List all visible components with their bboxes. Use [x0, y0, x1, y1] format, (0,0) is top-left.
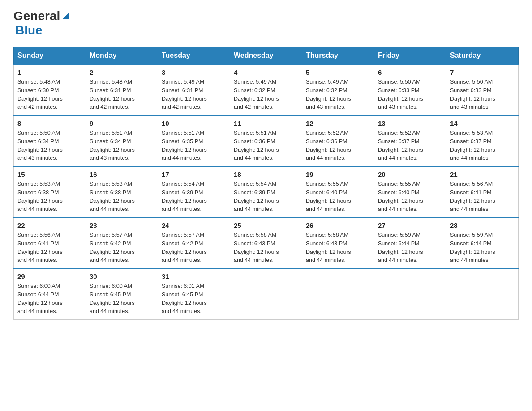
day-info: Sunrise: 5:51 AMSunset: 6:35 PMDaylight:…	[162, 129, 226, 163]
day-number: 18	[234, 171, 298, 178]
calendar-cell: 19Sunrise: 5:55 AMSunset: 6:40 PMDayligh…	[302, 167, 374, 218]
day-info: Sunrise: 5:59 AMSunset: 6:44 PMDaylight:…	[450, 231, 515, 265]
calendar-cell	[230, 269, 302, 320]
calendar-cell: 1Sunrise: 5:48 AMSunset: 6:30 PMDaylight…	[14, 64, 86, 116]
day-info: Sunrise: 5:49 AMSunset: 6:32 PMDaylight:…	[306, 78, 370, 111]
day-number: 8	[17, 120, 82, 127]
day-info: Sunrise: 5:50 AMSunset: 6:33 PMDaylight:…	[450, 78, 515, 111]
day-number: 24	[162, 222, 226, 229]
day-number: 17	[162, 171, 226, 178]
day-number: 23	[90, 222, 154, 229]
day-info: Sunrise: 6:00 AMSunset: 6:45 PMDaylight:…	[90, 282, 154, 316]
weekday-header-sunday: Sunday	[14, 47, 86, 65]
calendar-cell: 16Sunrise: 5:53 AMSunset: 6:38 PMDayligh…	[86, 167, 158, 218]
day-number: 9	[90, 120, 154, 127]
calendar-cell: 15Sunrise: 5:53 AMSunset: 6:38 PMDayligh…	[14, 167, 86, 218]
calendar-cell	[374, 269, 446, 320]
calendar-cell: 10Sunrise: 5:51 AMSunset: 6:35 PMDayligh…	[158, 116, 230, 167]
calendar-cell: 6Sunrise: 5:50 AMSunset: 6:33 PMDaylight…	[374, 64, 446, 116]
day-info: Sunrise: 5:53 AMSunset: 6:38 PMDaylight:…	[90, 180, 154, 214]
calendar-cell: 18Sunrise: 5:54 AMSunset: 6:39 PMDayligh…	[230, 167, 302, 218]
day-number: 29	[17, 273, 82, 280]
day-info: Sunrise: 5:49 AMSunset: 6:32 PMDaylight:…	[234, 78, 298, 111]
day-info: Sunrise: 5:53 AMSunset: 6:38 PMDaylight:…	[17, 180, 82, 214]
calendar-cell: 7Sunrise: 5:50 AMSunset: 6:33 PMDaylight…	[446, 64, 519, 116]
calendar-table: SundayMondayTuesdayWednesdayThursdayFrid…	[13, 47, 519, 320]
calendar-cell: 31Sunrise: 6:01 AMSunset: 6:45 PMDayligh…	[158, 269, 230, 320]
page-header: General Blue	[13, 9, 519, 38]
weekday-header-saturday: Saturday	[446, 47, 519, 65]
day-number: 21	[450, 171, 515, 178]
day-info: Sunrise: 5:59 AMSunset: 6:44 PMDaylight:…	[378, 231, 442, 265]
day-number: 19	[306, 171, 370, 178]
day-number: 31	[162, 273, 226, 280]
weekday-header-friday: Friday	[374, 47, 446, 65]
day-number: 13	[378, 120, 442, 127]
calendar-cell: 30Sunrise: 6:00 AMSunset: 6:45 PMDayligh…	[86, 269, 158, 320]
day-info: Sunrise: 5:51 AMSunset: 6:34 PMDaylight:…	[90, 129, 154, 163]
day-number: 14	[450, 120, 515, 127]
day-info: Sunrise: 5:57 AMSunset: 6:42 PMDaylight:…	[162, 231, 226, 265]
day-info: Sunrise: 5:53 AMSunset: 6:37 PMDaylight:…	[450, 129, 515, 163]
day-info: Sunrise: 5:52 AMSunset: 6:37 PMDaylight:…	[378, 129, 442, 163]
day-number: 16	[90, 171, 154, 178]
day-info: Sunrise: 5:48 AMSunset: 6:31 PMDaylight:…	[90, 78, 154, 111]
calendar-cell: 21Sunrise: 5:56 AMSunset: 6:41 PMDayligh…	[446, 167, 519, 218]
day-number: 1	[17, 68, 82, 76]
day-number: 25	[234, 222, 298, 229]
calendar-cell: 9Sunrise: 5:51 AMSunset: 6:34 PMDaylight…	[86, 116, 158, 167]
day-number: 15	[17, 171, 82, 178]
day-info: Sunrise: 5:51 AMSunset: 6:36 PMDaylight:…	[234, 129, 298, 163]
calendar-cell: 29Sunrise: 6:00 AMSunset: 6:44 PMDayligh…	[14, 269, 86, 320]
weekday-header-monday: Monday	[86, 47, 158, 65]
logo-blue-text: Blue	[15, 23, 43, 37]
day-info: Sunrise: 5:55 AMSunset: 6:40 PMDaylight:…	[306, 180, 370, 214]
calendar-cell: 13Sunrise: 5:52 AMSunset: 6:37 PMDayligh…	[374, 116, 446, 167]
day-info: Sunrise: 5:52 AMSunset: 6:36 PMDaylight:…	[306, 129, 370, 163]
day-info: Sunrise: 5:58 AMSunset: 6:43 PMDaylight:…	[306, 231, 370, 265]
day-info: Sunrise: 6:01 AMSunset: 6:45 PMDaylight:…	[162, 282, 226, 316]
day-number: 26	[306, 222, 370, 229]
day-info: Sunrise: 5:50 AMSunset: 6:33 PMDaylight:…	[378, 78, 442, 111]
day-number: 12	[306, 120, 370, 127]
week-row-3: 15Sunrise: 5:53 AMSunset: 6:38 PMDayligh…	[14, 167, 519, 218]
day-number: 28	[450, 222, 515, 229]
day-info: Sunrise: 5:56 AMSunset: 6:41 PMDaylight:…	[450, 180, 515, 214]
calendar-cell: 2Sunrise: 5:48 AMSunset: 6:31 PMDaylight…	[86, 64, 158, 116]
week-row-2: 8Sunrise: 5:50 AMSunset: 6:34 PMDaylight…	[14, 116, 519, 167]
day-number: 11	[234, 120, 298, 127]
day-info: Sunrise: 5:56 AMSunset: 6:41 PMDaylight:…	[17, 231, 82, 265]
svg-marker-0	[63, 13, 69, 19]
day-info: Sunrise: 5:54 AMSunset: 6:39 PMDaylight:…	[162, 180, 226, 214]
day-info: Sunrise: 6:00 AMSunset: 6:44 PMDaylight:…	[17, 282, 82, 316]
calendar-cell: 17Sunrise: 5:54 AMSunset: 6:39 PMDayligh…	[158, 167, 230, 218]
calendar-cell: 12Sunrise: 5:52 AMSunset: 6:36 PMDayligh…	[302, 116, 374, 167]
day-number: 20	[378, 171, 442, 178]
calendar-cell: 25Sunrise: 5:58 AMSunset: 6:43 PMDayligh…	[230, 218, 302, 269]
week-row-1: 1Sunrise: 5:48 AMSunset: 6:30 PMDaylight…	[14, 64, 519, 116]
day-number: 27	[378, 222, 442, 229]
day-number: 22	[17, 222, 82, 229]
calendar-cell: 26Sunrise: 5:58 AMSunset: 6:43 PMDayligh…	[302, 218, 374, 269]
calendar-cell: 24Sunrise: 5:57 AMSunset: 6:42 PMDayligh…	[158, 218, 230, 269]
day-info: Sunrise: 5:54 AMSunset: 6:39 PMDaylight:…	[234, 180, 298, 214]
weekday-header-thursday: Thursday	[302, 47, 374, 65]
calendar-cell: 4Sunrise: 5:49 AMSunset: 6:32 PMDaylight…	[230, 64, 302, 116]
calendar-cell: 3Sunrise: 5:49 AMSunset: 6:31 PMDaylight…	[158, 64, 230, 116]
day-info: Sunrise: 5:48 AMSunset: 6:30 PMDaylight:…	[17, 78, 82, 111]
day-number: 2	[90, 68, 154, 76]
day-number: 4	[234, 68, 298, 76]
week-row-5: 29Sunrise: 6:00 AMSunset: 6:44 PMDayligh…	[14, 269, 519, 320]
day-number: 30	[90, 273, 154, 280]
calendar-cell: 28Sunrise: 5:59 AMSunset: 6:44 PMDayligh…	[446, 218, 519, 269]
weekday-header-wednesday: Wednesday	[230, 47, 302, 65]
calendar-cell: 22Sunrise: 5:56 AMSunset: 6:41 PMDayligh…	[14, 218, 86, 269]
day-number: 7	[450, 68, 515, 76]
logo-general-text: General	[13, 9, 60, 23]
day-info: Sunrise: 5:57 AMSunset: 6:42 PMDaylight:…	[90, 231, 154, 265]
calendar-cell	[302, 269, 374, 320]
day-number: 6	[378, 68, 442, 76]
day-number: 5	[306, 68, 370, 76]
day-info: Sunrise: 5:58 AMSunset: 6:43 PMDaylight:…	[234, 231, 298, 265]
calendar-cell	[446, 269, 519, 320]
